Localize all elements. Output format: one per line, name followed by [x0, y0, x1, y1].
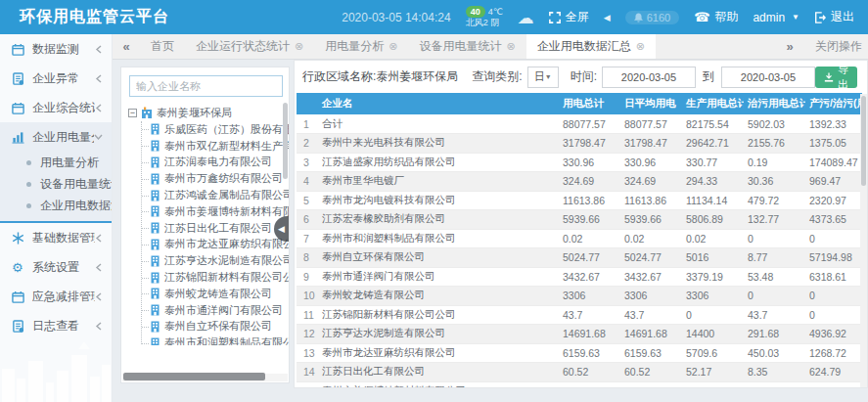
- tree-node-0-0[interactable]: 乐威医药（江苏）股份有限公司: [142, 121, 289, 138]
- tree-node-0-1[interactable]: 泰州市双亿新型材料生产有限公司: [142, 138, 289, 155]
- building-icon: [150, 190, 160, 201]
- table-row-4[interactable]: 4泰州市里华电镀厂324.69324.69294.3330.36969.47: [297, 172, 862, 192]
- tab-scroll-left-button[interactable]: «: [113, 34, 140, 59]
- fullscreen-button[interactable]: 全屏: [549, 9, 589, 25]
- tab-2[interactable]: 用电量分析⊗: [314, 34, 408, 59]
- tree-node-0-4[interactable]: 江苏鸿诚金属制品有限公司: [142, 187, 289, 203]
- ticker-prev-icon[interactable]: ◀: [604, 13, 611, 22]
- building-icon: [150, 123, 160, 135]
- cell-value-4: 4373.65: [805, 210, 862, 230]
- tree-node-0-6[interactable]: 江苏日出化工有限公司: [142, 220, 289, 237]
- chevron-left-icon: [95, 45, 103, 54]
- cell-row-number: 15: [297, 381, 318, 388]
- tab-4[interactable]: 企业用电数据汇总⊗: [526, 34, 656, 59]
- bullet-icon: [26, 160, 31, 165]
- sidebar-item-0[interactable]: 数据监测: [0, 34, 112, 64]
- sidebar-item-4[interactable]: 基础数据管理: [0, 223, 112, 252]
- logout-button[interactable]: 退出: [814, 9, 854, 25]
- tab-0[interactable]: 首页: [140, 34, 185, 59]
- cell-value-0: 14691.68: [559, 325, 620, 344]
- tree-horizontal-scrollbar-thumb[interactable]: [123, 373, 265, 380]
- close-icon[interactable]: ⊗: [636, 40, 645, 53]
- cell-company-name: 泰州市和润塑料制品有限公司: [318, 229, 559, 248]
- tree-expander-icon[interactable]: −: [128, 109, 137, 117]
- cell-value-0: 330.96: [559, 153, 620, 172]
- table-row-6[interactable]: 6江苏宏泰橡胶助剂有限公司5939.665939.665806.89132.77…: [297, 210, 862, 230]
- sidebar-item-5[interactable]: ⚙系统设置: [0, 252, 112, 282]
- cell-row-number: 4: [297, 172, 318, 192]
- table-vertical-scrollbar[interactable]: [860, 94, 867, 387]
- table-row-3[interactable]: 3江苏迪盛家用纺织品有限公司330.96330.96330.770.191740…: [297, 153, 862, 172]
- tree-node-0-13[interactable]: 泰州市和润塑料制品有限公司: [142, 335, 289, 345]
- cell-value-2: 29642.71: [682, 134, 744, 154]
- tree-node-0-5[interactable]: 泰州市姜堰博特新材料有限公司: [142, 203, 289, 220]
- help-button[interactable]: ☎ 帮助: [694, 9, 738, 25]
- tree-node-0-12[interactable]: 泰州自立环保有限公司: [142, 319, 289, 335]
- tree-horizontal-scrollbar[interactable]: [122, 374, 288, 381]
- table-row-10[interactable]: 10泰州蛟龙铸造有限公司33063306330600: [297, 287, 862, 306]
- table-row-15[interactable]: 15泰州市姜堰博特新材料有限公司820.04820.04739.4543.564…: [297, 381, 862, 388]
- tree-node-0-10[interactable]: 泰州蛟龙铸造有限公司: [142, 286, 289, 302]
- sidebar-item-6[interactable]: 应急减排管理: [0, 282, 112, 311]
- sidebar-subitem-3-2[interactable]: 企业用电数据汇总: [0, 195, 112, 216]
- cell-row-number: 3: [297, 153, 318, 172]
- sidebar-item-label: 系统设置: [32, 259, 95, 276]
- user-menu[interactable]: admin ▼: [753, 11, 799, 24]
- tree-node-label: 乐威医药（江苏）股份有限公司: [164, 122, 289, 137]
- calendar-icon: [12, 290, 26, 303]
- cell-value-1: 88077.57: [620, 114, 682, 134]
- close-icon[interactable]: ⊗: [388, 40, 397, 53]
- sidebar-subitem-3-1[interactable]: 设备用电量统计: [0, 173, 112, 195]
- tree-children: 乐威医药（江苏）股份有限公司泰州市双亿新型材料生产有限公司江苏润泰电力有限公司泰…: [141, 121, 289, 345]
- table-row-12[interactable]: 12江苏亨达水泥制造有限公司14691.6814691.6814400291.6…: [297, 325, 862, 344]
- table-row-11[interactable]: 11江苏锦阳新材料有限公司公司43.743.7043.70: [297, 305, 862, 325]
- cell-company-name: 泰州市里华电镀厂: [318, 172, 559, 192]
- sidebar-subitem-3-0[interactable]: 用电量分析: [0, 152, 112, 173]
- table-row-13[interactable]: 13泰州市龙达亚麻纺织有限公司6159.636159.635709.6450.0…: [297, 343, 862, 363]
- date-from-input[interactable]: [602, 67, 696, 88]
- close-icon[interactable]: ⊗: [506, 40, 515, 53]
- snowflake-icon: [12, 231, 26, 245]
- table-row-7[interactable]: 7泰州市和润塑料制品有限公司0.020.020.0200: [297, 229, 862, 248]
- table-header-row: 企业名用电总计日平均用电生产用电总计治污用电总计产污/治污(用: [297, 93, 862, 114]
- tab-3[interactable]: 设备用电量统计⊗: [408, 34, 525, 59]
- col-header-0: 企业名: [318, 93, 559, 114]
- tree-node-0-7[interactable]: 泰州市龙达亚麻纺织有限公司: [142, 237, 289, 253]
- table-row-2[interactable]: 2泰州中来光电科技有限公司31798.4731798.4729642.71215…: [297, 134, 862, 154]
- export-button[interactable]: 导出: [815, 67, 857, 88]
- document-icon: [12, 319, 26, 333]
- notification-pill[interactable]: 6160: [625, 11, 679, 24]
- sidebar-item-3[interactable]: 企业用电量分析: [0, 122, 112, 152]
- tree-node-0-8[interactable]: 江苏亨达水泥制造有限公司: [142, 252, 289, 269]
- chevron-left-icon: [95, 292, 103, 301]
- date-to-input[interactable]: [721, 67, 815, 88]
- table-row-14[interactable]: 14江苏日出化工有限公司60.5260.5252.178.35624.79: [297, 363, 862, 382]
- query-type-select[interactable]: 日 ▼: [527, 67, 559, 88]
- table-row-9[interactable]: 9泰州市通洋阀门有限公司3432.673432.673379.1953.4863…: [297, 267, 862, 287]
- close-icon[interactable]: ⊗: [295, 40, 303, 53]
- cell-value-1: 3306: [620, 287, 682, 306]
- sidebar-group-5: ⚙系统设置: [0, 252, 112, 282]
- tree-root-0[interactable]: −泰州姜堰环保局: [128, 104, 289, 121]
- tree-node-0-11[interactable]: 泰州市通洋阀门有限公司: [142, 302, 289, 319]
- tree-node-label: 江苏锦阳新材料有限公司公司: [164, 270, 289, 285]
- tab-1[interactable]: 企业运行状态统计⊗: [185, 34, 314, 59]
- table-row-5[interactable]: 5泰州市龙沟电镀科技有限公司11613.8611613.8611134.1447…: [297, 191, 862, 210]
- sidebar-item-7[interactable]: 日志查看: [0, 311, 112, 340]
- sidebar-item-2[interactable]: 企业综合统计: [0, 93, 112, 122]
- tree-node-0-3[interactable]: 泰州市万鑫纺织有限公司: [142, 170, 289, 187]
- sidebar-item-1[interactable]: 企业异常: [0, 64, 112, 93]
- cell-row-number: 9: [297, 267, 318, 287]
- table-row-1[interactable]: 1合计88077.5788077.5782175.545902.031392.3…: [297, 114, 862, 134]
- tree-vertical-scrollbar-thumb[interactable]: [283, 103, 288, 179]
- tab-scroll-right-button[interactable]: »: [776, 39, 803, 54]
- city-skyline-decoration: [0, 335, 113, 402]
- cell-value-2: 82175.54: [682, 114, 744, 134]
- cell-value-1: 11613.86: [620, 191, 682, 210]
- tree-node-0-2[interactable]: 江苏润泰电力有限公司: [142, 155, 289, 171]
- table-vertical-scrollbar-thumb[interactable]: [861, 96, 866, 186]
- company-search-input[interactable]: [129, 75, 283, 97]
- tree-node-0-9[interactable]: 江苏锦阳新材料有限公司公司: [142, 269, 289, 286]
- table-row-8[interactable]: 8泰州自立环保有限公司5024.775024.7750168.7757194.9…: [297, 248, 862, 268]
- close-operations-menu[interactable]: 关闭操作: [815, 38, 862, 55]
